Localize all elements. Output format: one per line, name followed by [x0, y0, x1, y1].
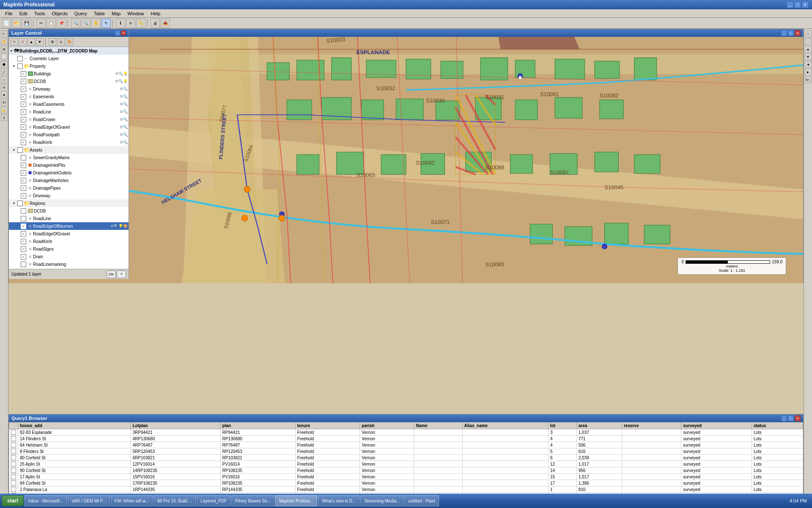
- assets-checkbox[interactable]: [17, 147, 23, 153]
- info-button[interactable]: ℹ: [116, 19, 125, 28]
- layer-group-regions[interactable]: ▼ 📁 Regions: [9, 199, 129, 207]
- row-selector[interactable]: [11, 487, 16, 492]
- layer-group-property[interactable]: ▼ 📁 Property: [9, 62, 129, 70]
- export-button[interactable]: 📤: [161, 19, 170, 28]
- ruler-button[interactable]: 📏: [136, 19, 145, 28]
- print-button[interactable]: 🖨: [151, 19, 160, 28]
- rfp-checkbox[interactable]: [21, 132, 26, 138]
- rt-pan-right[interactable]: ►: [805, 69, 812, 75]
- col-house-add[interactable]: house_add: [18, 422, 131, 429]
- menu-query[interactable]: Query: [71, 10, 91, 17]
- rkerb-checkbox[interactable]: [21, 140, 26, 145]
- layer-item-dcdb[interactable]: DCDB ⚙🔍💡: [9, 77, 129, 85]
- menu-window[interactable]: Window: [124, 10, 147, 17]
- point-tool[interactable]: •: [1, 76, 8, 83]
- col-surveyed[interactable]: surveyed: [681, 422, 752, 429]
- rsigns-checkbox[interactable]: [21, 246, 26, 252]
- start-button[interactable]: start: [2, 495, 24, 506]
- map-maximize[interactable]: □: [788, 30, 794, 36]
- rt-pan-down[interactable]: ▼: [805, 53, 812, 60]
- map-close[interactable]: ✕: [795, 30, 801, 36]
- row-selector[interactable]: [11, 449, 16, 454]
- taskbar-app-button[interactable]: untitled - Paint: [404, 495, 439, 506]
- table-row[interactable]: 25 Aplin St12PV16014PV16014FreeholdVerno…: [9, 461, 803, 467]
- query-table-scroll[interactable]: house_add Lotplan plan tenure parish Nam…: [9, 422, 803, 498]
- layer-group-assets[interactable]: ▼ 📁 Assets: [9, 146, 129, 154]
- layer-settings-button[interactable]: ⚙: [49, 38, 56, 46]
- query-maximize[interactable]: □: [788, 415, 794, 421]
- table-row[interactable]: 84 Corfield St17RP108235RP108235Freehold…: [9, 480, 803, 486]
- open-button[interactable]: 📂: [12, 19, 21, 28]
- layer-item-drain[interactable]: ✕ Drain: [9, 253, 129, 260]
- rt-pan-left[interactable]: ◄: [805, 61, 812, 68]
- maximize-button[interactable]: □: [794, 1, 801, 8]
- col-select[interactable]: [9, 422, 18, 429]
- select-button[interactable]: ↖: [102, 19, 111, 28]
- zoom-in-button[interactable]: 🔍: [71, 19, 80, 28]
- rt-zoom-in[interactable]: +: [805, 30, 812, 37]
- rcrown-checkbox[interactable]: [21, 117, 26, 122]
- drwy-checkbox[interactable]: [21, 86, 26, 92]
- minimize-button[interactable]: _: [787, 1, 793, 8]
- layer-control-minimize[interactable]: _: [115, 30, 120, 36]
- col-lotplan[interactable]: Lotplan: [131, 422, 220, 429]
- cosmetic-checkbox[interactable]: [17, 56, 23, 61]
- pan-tool[interactable]: ✋: [1, 38, 8, 45]
- table-row[interactable]: 17 Aplin St15PV16016PV16016FreeholdVerno…: [9, 474, 803, 480]
- layer-item-regions-roadkerb[interactable]: ✕ RoadKerb: [9, 237, 129, 245]
- layer-remove-button[interactable]: ✕: [19, 38, 27, 46]
- text-tool[interactable]: A: [1, 84, 8, 91]
- layer-item-drainman[interactable]: ✕ DrainageManholes: [9, 177, 129, 184]
- menu-tools[interactable]: Tools: [31, 10, 49, 17]
- row-selector[interactable]: [11, 480, 16, 486]
- layer-item-roadcasements[interactable]: ✕ RoadCasements ⚙🔍: [9, 100, 129, 108]
- taskbar-app-button[interactable]: Inbox - Microsoft...: [25, 495, 67, 506]
- taskbar-app-button[interactable]: VAR / OEM MI P...: [68, 495, 110, 506]
- table-row[interactable]: 90 Corfield St14RP108235RP108235Freehold…: [9, 467, 803, 474]
- layer-label-button[interactable]: A: [57, 38, 65, 46]
- layer-add-button[interactable]: +: [11, 38, 18, 46]
- query-close[interactable]: ✕: [795, 415, 801, 421]
- col-plan[interactable]: plan: [220, 422, 295, 429]
- row-selector[interactable]: [11, 461, 16, 467]
- drainpipe-checkbox[interactable]: [21, 185, 26, 191]
- col-area[interactable]: area: [576, 422, 622, 429]
- menu-objects[interactable]: Objects: [48, 10, 71, 17]
- row-selector[interactable]: [11, 436, 16, 441]
- layer-item-roadlinemark[interactable]: ✕ RoadLinemarking: [9, 260, 129, 268]
- regrav-checkbox[interactable]: [21, 124, 26, 130]
- layer-ok-button[interactable]: OK: [107, 271, 116, 278]
- paste-button[interactable]: 📌: [57, 19, 66, 28]
- pan-button[interactable]: ✋: [91, 19, 101, 28]
- info-tool[interactable]: ℹ: [1, 114, 8, 121]
- row-selector[interactable]: [11, 455, 16, 460]
- query-minimize[interactable]: _: [781, 415, 787, 421]
- new-button[interactable]: 📄: [2, 19, 11, 28]
- symbol-tool[interactable]: ★: [1, 91, 8, 98]
- layer-item-roadcrown[interactable]: ✕ RoadCrown ⚙🔍: [9, 116, 129, 123]
- layer-item-regions-roadline[interactable]: ✕ RoadLine: [9, 215, 129, 222]
- layer-item-assets-driveway[interactable]: ✕ Driveway: [9, 192, 129, 199]
- layer-item-roadedgebitumen[interactable]: ✕ RoadEdgeOfBitumen ⚙🔍💡🎨: [9, 222, 129, 230]
- rt-zoom-out[interactable]: -: [805, 38, 812, 45]
- taskbar-app-button[interactable]: MapInfo Profess...: [275, 495, 317, 506]
- menu-edit[interactable]: Edit: [16, 10, 31, 17]
- zoom-out-button[interactable]: 🔍: [81, 19, 91, 28]
- col-status[interactable]: status: [752, 422, 803, 429]
- arrow-tool[interactable]: ↖: [1, 30, 8, 37]
- save-button[interactable]: 💾: [22, 19, 31, 28]
- menu-table[interactable]: Table: [91, 10, 108, 17]
- zoom-tool[interactable]: ⊕: [1, 46, 8, 52]
- layer-item-roadsigns[interactable]: ✕ RoadSigns: [9, 245, 129, 253]
- layer-up-button[interactable]: ▲: [27, 38, 35, 46]
- menu-map[interactable]: Map: [108, 10, 124, 17]
- taskbar-app-button[interactable]: Layered_PDF: [197, 495, 230, 506]
- rrline-checkbox[interactable]: [21, 216, 26, 221]
- rline-checkbox[interactable]: [21, 109, 26, 115]
- col-parish[interactable]: parish: [360, 422, 414, 429]
- layer-item-regions-dcdb[interactable]: DCDB: [9, 207, 129, 215]
- regions-checkbox[interactable]: [17, 201, 23, 206]
- layer-item-regions-roadedgegravel[interactable]: ✕ RoadEdgeOfGravel: [9, 230, 129, 237]
- drainpit-checkbox[interactable]: [21, 163, 26, 168]
- sewgrav-checkbox[interactable]: [21, 155, 26, 160]
